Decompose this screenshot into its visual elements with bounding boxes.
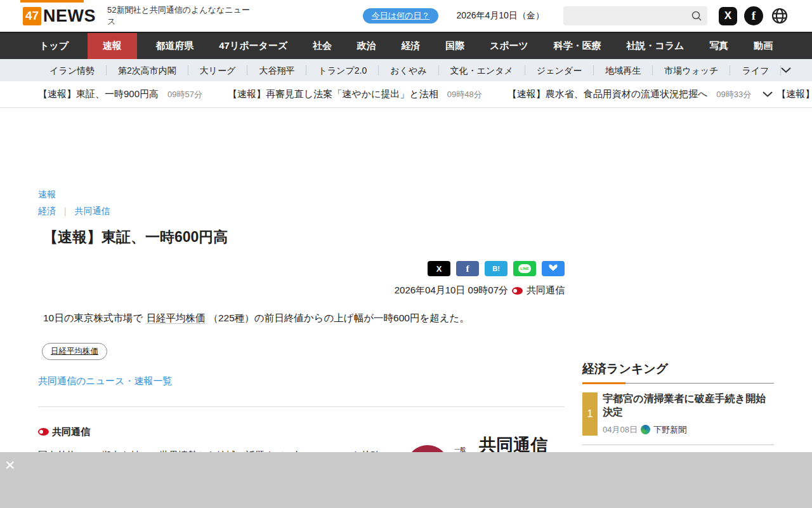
today-topic-button[interactable]: 今日は何の日？ <box>363 8 439 23</box>
breadcrumb-separator: ｜ <box>61 206 70 217</box>
nav-item-photos[interactable]: 写真 <box>703 33 735 59</box>
kyodo-about-heading: 共同通信 <box>38 426 402 438</box>
ranking-item-title: 宇都宮の清掃業者に破産手続き開始決定 <box>603 392 774 419</box>
ticker-time: 09時33分 <box>716 89 751 100</box>
kyodo-logo-icon <box>38 428 49 436</box>
sidebar: 経済ランキング 1 宇都宮の清掃業者に破産手続き開始決定 04月08日 下野新聞… <box>582 108 774 504</box>
share-line-button[interactable]: LINE <box>513 261 536 276</box>
topic-takaichi-cabinet[interactable]: 第2次高市内閣 <box>107 65 188 76</box>
section-divider <box>38 406 565 407</box>
nav-item-society[interactable]: 社会 <box>306 33 338 59</box>
nav-item-sports[interactable]: スポーツ <box>483 33 535 59</box>
nav-item-top[interactable]: トップ <box>33 33 75 59</box>
close-icon[interactable]: ✕ <box>4 458 16 472</box>
subnav-expand-chevron-icon[interactable] <box>781 67 791 73</box>
bluesky-butterfly-icon <box>547 264 559 274</box>
keyword-link-nikkei[interactable]: 日経平均株価 <box>146 312 205 324</box>
ticker-item[interactable]: 【速報】再審見直し法案「速やかに提出」と法相 09時48分 <box>228 88 482 100</box>
nav-item-editorial-column[interactable]: 社説・コラム <box>620 33 690 59</box>
topic-mlb[interactable]: 大リーグ <box>188 65 248 76</box>
body-text: 10日の東京株式市場で <box>43 312 143 323</box>
nav-item-science-medical[interactable]: 科学・医療 <box>547 33 608 59</box>
ranking-item-1[interactable]: 1 宇都宮の清掃業者に破産手続き開始決定 04月08日 下野新聞 <box>582 384 774 445</box>
ticker-title: 【速報】東証、一時900円高 <box>38 88 159 100</box>
share-hatena-button[interactable]: B! <box>485 261 508 276</box>
breadcrumb: 経済 ｜ 共同通信 <box>38 206 565 217</box>
nav-item-videos[interactable]: 動画 <box>747 33 779 59</box>
rank-1-badge: 1 <box>582 392 598 436</box>
nav-item-international[interactable]: 国際 <box>439 33 471 59</box>
kyodo-news-list-link[interactable]: 共同通信のニュース・速報一覧 <box>38 375 565 387</box>
ticker-title: 【速報】再審見直し法案「速やかに提出」と法相 <box>228 88 438 100</box>
tag-nikkei-pill[interactable]: 日経平均株価 <box>42 343 107 360</box>
current-date: 2026年4月10日（金） <box>456 10 544 22</box>
search-icon[interactable] <box>691 10 702 22</box>
ranking-item-date: 04月08日 <box>603 424 638 436</box>
nav-item-sokuho-active[interactable]: 速報 <box>88 33 137 59</box>
share-buttons: X f B! LINE <box>38 261 565 276</box>
share-x-button[interactable]: X <box>428 261 450 276</box>
breaking-news-ticker: 【速報】東証、一時900円高 09時57分 【速報】再審見直し法案「速やかに提出… <box>0 81 812 108</box>
x-twitter-icon[interactable]: X <box>719 7 737 25</box>
globe-language-icon[interactable] <box>770 6 789 25</box>
ticker-expand-chevron-icon[interactable] <box>757 81 773 107</box>
nav-item-47reporters[interactable]: 47リポーターズ <box>213 33 294 59</box>
article-provider[interactable]: 共同通信 <box>527 284 565 297</box>
topic-life[interactable]: ライフ <box>730 65 781 76</box>
ranking-heading: 経済ランキング <box>582 361 774 384</box>
article-title: 【速報】東証、一時600円高 <box>38 227 565 247</box>
ticker-title: 【速報】東 <box>776 88 812 100</box>
kyodo-logo-icon <box>512 287 523 295</box>
bottom-ad-overlay: ✕ <box>0 452 812 508</box>
breadcrumb-sokuho-link[interactable]: 速報 <box>38 189 56 199</box>
breadcrumb-source-link[interactable]: 共同通信 <box>75 206 110 217</box>
topic-obituaries[interactable]: おくやみ <box>379 65 438 76</box>
top-header: 47 NEWS 52新聞社と共同通信のよんななニュース 今日は何の日？ 2026… <box>0 0 812 32</box>
article-meta: 2026年04月10日 09時07分 共同通信 <box>38 284 565 297</box>
ticker-item[interactable]: 【速報】東 <box>776 88 812 100</box>
ticker-item[interactable]: 【速報】農水省、食品用資材の流通状況把握へ 09時33分 <box>508 88 752 100</box>
ticker-title: 【速報】農水省、食品用資材の流通状況把握へ <box>508 88 708 100</box>
nav-item-politics[interactable]: 政治 <box>351 33 383 59</box>
breadcrumb-category-link[interactable]: 経済 <box>38 206 56 217</box>
kyodo-name[interactable]: 共同通信 <box>52 426 90 438</box>
topic-ohtani[interactable]: 大谷翔平 <box>247 65 306 76</box>
ticker-time: 09時57分 <box>167 89 202 100</box>
share-facebook-button[interactable]: f <box>456 261 479 276</box>
main-navigation: トップ 速報 都道府県 47リポーターズ 社会 政治 経済 国際 スポーツ 科学… <box>0 32 812 59</box>
search-box[interactable] <box>563 6 707 25</box>
topic-culture-entertainment[interactable]: 文化・エンタメ <box>439 65 525 76</box>
facebook-icon[interactable]: f <box>744 6 763 25</box>
nav-item-prefectures[interactable]: 都道府県 <box>150 33 200 59</box>
topic-trump[interactable]: トランプ2.0 <box>306 65 379 76</box>
breadcrumb-sokuho: 速報 <box>38 189 565 201</box>
page-content: 速報 経済 ｜ 共同通信 【速報】東証、一時600円高 X f B! LINE … <box>0 108 812 504</box>
site-logo[interactable]: 47 NEWS <box>23 6 96 26</box>
topic-gender[interactable]: ジェンダー <box>525 65 594 76</box>
topic-market-watch[interactable]: 市場ウォッチ <box>653 65 730 76</box>
brand-accent-bar <box>20 0 84 3</box>
shimotsuke-shimbun-logo-icon <box>641 425 650 434</box>
ranking-item-source: 下野新聞 <box>653 424 686 436</box>
logo-47-badge: 47 <box>23 7 41 25</box>
ranking-item-meta: 04月08日 下野新聞 <box>603 424 774 436</box>
site-tagline: 52新聞社と共同通信のよんななニュース <box>107 4 255 27</box>
logo-news-text: NEWS <box>43 6 96 26</box>
article-body: 10日の東京株式市場で日経平均株価（225種）の前日終値からの上げ幅が一時600… <box>38 311 565 326</box>
article-column: 速報 経済 ｜ 共同通信 【速報】東証、一時600円高 X f B! LINE … <box>38 108 565 504</box>
topic-iran[interactable]: イラン情勢 <box>38 65 107 76</box>
nav-item-economy[interactable]: 経済 <box>395 33 426 59</box>
body-text: （225種）の前日終値からの上げ幅が一時600円を超えた。 <box>208 312 469 323</box>
share-bluesky-button[interactable] <box>542 261 565 276</box>
ticker-time: 09時48分 <box>447 89 482 100</box>
article-datetime: 2026年04月10日 09時07分 <box>395 284 508 297</box>
topic-navigation: イラン情勢 第2次高市内閣 大リーグ 大谷翔平 トランプ2.0 おくやみ 文化・… <box>0 59 812 81</box>
topic-regional-revival[interactable]: 地域再生 <box>594 65 653 76</box>
ticker-item[interactable]: 【速報】東証、一時900円高 09時57分 <box>38 88 202 100</box>
line-bubble-icon: LINE <box>518 264 531 273</box>
header-social-icons: X f <box>719 6 789 25</box>
search-input[interactable] <box>568 6 691 25</box>
